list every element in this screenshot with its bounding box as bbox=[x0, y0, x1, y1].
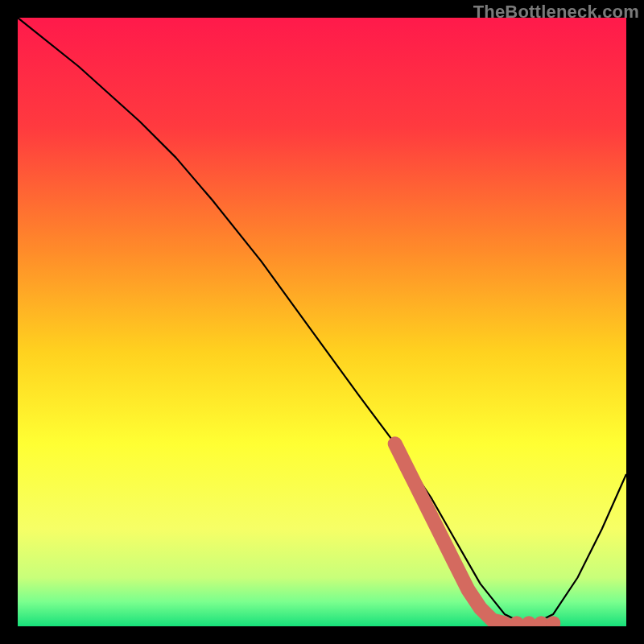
chart-canvas bbox=[18, 18, 626, 626]
plot-area bbox=[18, 18, 626, 626]
gradient-background bbox=[18, 18, 626, 626]
chart-frame: TheBottleneck.com bbox=[0, 0, 644, 644]
